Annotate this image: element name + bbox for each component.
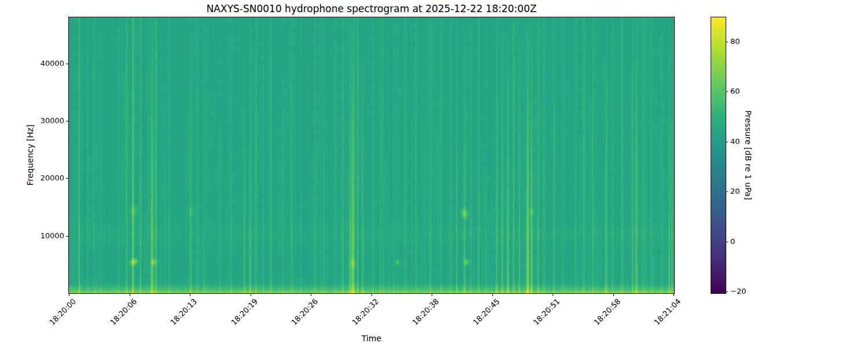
colorbar (711, 17, 726, 294)
y-tick-label: 10000 (41, 232, 64, 240)
x-tick-mark (492, 294, 493, 296)
x-tick-mark (251, 294, 251, 296)
x-tick-label: 18:20:58 (593, 297, 622, 327)
x-axis-label: Time (69, 334, 674, 343)
x-tick-mark (674, 294, 674, 296)
colorbar-tick-mark (726, 242, 728, 242)
x-tick-label: 18:20:00 (48, 297, 78, 327)
x-tick-mark (130, 294, 130, 296)
x-tick-label: 18:20:45 (472, 297, 501, 327)
x-tick-mark (553, 294, 553, 296)
y-tick-mark (66, 64, 68, 64)
colorbar-tick-label: 60 (730, 87, 740, 95)
x-tick-label: 18:20:32 (351, 297, 380, 327)
spectrogram-canvas (69, 17, 674, 293)
x-tick-label: 18:21:04 (653, 297, 682, 327)
colorbar-tick-label: −20 (730, 287, 746, 296)
colorbar-tick-mark (726, 142, 728, 142)
colorbar-tick-mark (726, 42, 728, 42)
x-tick-label: 18:20:06 (109, 297, 138, 327)
x-tick-label: 18:20:19 (230, 297, 259, 327)
y-tick-mark (66, 178, 68, 179)
chart-title: NAXYS-SN0010 hydrophone spectrogram at 2… (69, 3, 674, 14)
y-tick-label: 40000 (41, 60, 64, 68)
colorbar-tick-label: 40 (730, 138, 740, 146)
y-tick-label: 30000 (41, 117, 64, 125)
x-tick-label: 18:20:13 (169, 297, 198, 327)
x-tick-mark (69, 294, 69, 296)
colorbar-tick-label: 20 (730, 187, 740, 195)
x-tick-label: 18:20:38 (411, 297, 440, 327)
x-tick-mark (432, 294, 432, 296)
x-tick-label: 18:20:26 (290, 297, 319, 327)
colorbar-tick-mark (726, 91, 728, 92)
x-tick-mark (311, 294, 311, 296)
x-tick-label: 18:20:51 (532, 297, 561, 327)
y-tick-label: 20000 (41, 174, 64, 182)
colorbar-tick-mark (726, 191, 728, 192)
y-axis-label: Frequency [Hz] (25, 124, 35, 186)
spectrogram-figure: NAXYS-SN0010 hydrophone spectrogram at 2… (0, 0, 868, 347)
colorbar-tick-label: 0 (730, 238, 735, 246)
colorbar-tick-mark (726, 291, 728, 292)
colorbar-tick-label: 80 (730, 38, 740, 46)
x-tick-mark (372, 294, 372, 296)
x-tick-mark (613, 294, 614, 296)
y-tick-mark (66, 236, 68, 237)
plot-area (68, 17, 675, 294)
x-tick-mark (190, 294, 190, 296)
colorbar-label: Pressure [dB re 1 uPa] (744, 110, 753, 200)
y-tick-mark (66, 121, 68, 121)
